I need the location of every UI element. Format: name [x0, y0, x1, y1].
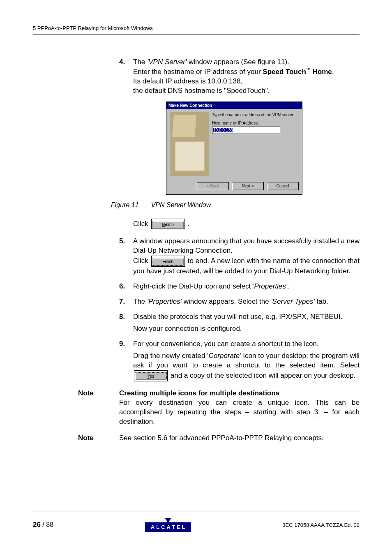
page-footer: 26 / 88 ALCATEL 3EC 17058 AAAA TCZZA Ed.… [33, 512, 360, 532]
inline-finish-button: Finish [151, 256, 185, 267]
section-ref-5-6[interactable]: 5.6 [158, 434, 168, 442]
step-number: 9. [119, 339, 125, 349]
hostname-label: Host name or IP Address: [212, 120, 299, 126]
note-label: Note [78, 434, 119, 443]
running-header: 5 PPPoA-to-PPTP Relaying for Microsoft W… [33, 25, 360, 35]
hostname-input[interactable]: 10.0.0.138 [212, 127, 280, 134]
figure-ref-11[interactable]: 11 [277, 58, 285, 66]
trademark-icon: ™ [306, 67, 311, 72]
step-5: 5. A window appears announcing that you … [119, 237, 360, 276]
cancel-button[interactable]: Cancel [267, 182, 299, 190]
step-number: 8. [119, 312, 125, 322]
page-number: 26 / 88 [33, 520, 53, 530]
click-next-instruction: Click Next > . [133, 219, 360, 230]
inline-yes-button: Yes [134, 370, 168, 381]
step-number: 7. [119, 297, 125, 307]
step-7: 7. The 'Properties' window appears. Sele… [119, 297, 360, 307]
dialog-hint: Type the name or address of the VPN serv… [212, 112, 299, 118]
step-4: 4. The 'VPN Server' window appears (See … [119, 58, 360, 195]
next-button[interactable]: Next > [232, 182, 264, 190]
step-number: 5. [119, 237, 125, 246]
vpn-server-dialog: Make New Connection Type the name or add… [166, 102, 302, 195]
step-6: 6. Right-click the Dial-Up icon and sele… [119, 282, 360, 291]
dialog-sidebar-image [170, 112, 209, 176]
step-9: 9. For your convenience, you can create … [119, 339, 360, 381]
dialog-titlebar: Make New Connection [166, 102, 302, 109]
main-content: 4. The 'VPN Server' window appears (See … [119, 58, 360, 381]
alcatel-logo: ALCATEL [145, 518, 191, 532]
step-number: 4. [119, 58, 125, 67]
note-multiple-icons: Note Creating multiple icons for multipl… [33, 389, 360, 427]
note-advanced-concepts: Note See section 5.6 for advanced PPPoA-… [33, 434, 360, 443]
figure-caption-11: Figure 11VPN Server Window [111, 201, 360, 210]
step-number: 6. [119, 282, 125, 291]
back-button[interactable]: < Back [197, 182, 229, 190]
step-ref-3[interactable]: 3. [314, 408, 320, 416]
inline-next-button: Next > [151, 219, 185, 230]
step-8: 8. Disable the protocols that you will n… [119, 312, 360, 334]
note-label: Note [78, 389, 119, 427]
document-id: 3EC 17058 AAAA TCZZA Ed. 02 [282, 522, 360, 529]
